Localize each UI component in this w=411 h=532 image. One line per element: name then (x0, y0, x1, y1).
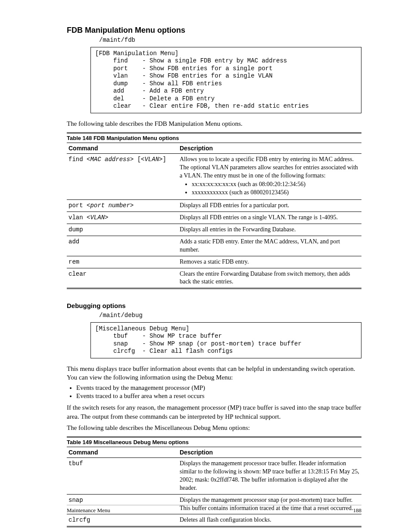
cmd-dump: dump (67, 224, 178, 236)
bullet-mac-fmt2: xxxxxxxxxxxx (such as 080020123456) (192, 189, 360, 197)
cmd-clrcfg: clrcfg (67, 514, 178, 526)
col-header-command-2: Command (67, 447, 178, 458)
table-row: port <port number> Displays all FDB entr… (67, 200, 361, 212)
debug-para1: This menu displays trace buffer informat… (67, 364, 361, 382)
table-row: add Adds a static FDB entry. Enter the M… (67, 236, 361, 256)
desc-find: Allows you to locate a specific FDB entr… (180, 156, 358, 179)
table-fdb: Table 148 FDB Manipulation Menu options … (67, 132, 361, 289)
cmd-clear: clear (67, 268, 178, 288)
cmd-find: find <MAC address> [<VLAN>] (68, 156, 166, 163)
table-row: clrcfg Deletes all flash configuration b… (67, 514, 361, 526)
table-row: rem Removes a static FDB entry. (67, 256, 361, 268)
col-header-description: Description (178, 143, 361, 153)
table-row: tbuf Displays the management processor t… (67, 458, 361, 495)
footer-left: Maintenance Menu (67, 507, 110, 514)
section-heading-fdb: FDB Manipulation Menu options (67, 26, 361, 35)
code-path-debug: /maint/debug (99, 312, 361, 320)
cmd-port: port <port number> (68, 202, 134, 209)
col-header-description-2: Description (178, 447, 361, 458)
intro-text-fdb: The following table describes the FDB Ma… (67, 119, 361, 128)
table-row: dump Displays all entries in the Forward… (67, 224, 361, 236)
code-block-debug: [Miscellaneous Debug Menu] tbuf - Show M… (90, 322, 361, 358)
desc-clear: Clears the entire Forwarding Database fr… (178, 268, 361, 288)
table-row: vlan <VLAN> Displays all FDB entries on … (67, 212, 361, 224)
cmd-vlan: vlan <VLAN> (68, 214, 108, 221)
desc-rem: Removes a static FDB entry. (178, 256, 361, 268)
intro-text-debug: The following table describes the Miscel… (67, 423, 361, 432)
page-footer: Maintenance Menu 188 (0, 505, 411, 514)
desc-dump: Displays all entries in the Forwarding D… (178, 224, 361, 236)
bullet-mac-fmt1: xx:xx:xx:xx:xx:xx (such as 08:00:20:12:3… (192, 180, 360, 189)
cmd-add: add (67, 236, 178, 256)
code-block-fdb: [FDB Manipulation Menu] find - Show a si… (90, 47, 361, 113)
desc-tbuf: Displays the management processor trace … (178, 458, 361, 495)
table-row: clear Clears the entire Forwarding Datab… (67, 268, 361, 288)
table-title-fdb: Table 148 FDB Manipulation Menu options (67, 134, 361, 143)
debug-bullet-2: Events traced to a buffer area when a re… (76, 392, 361, 400)
section-heading-debug: Debugging options (67, 302, 361, 309)
desc-port: Displays all FDB entries for a particula… (178, 200, 361, 212)
cmd-rem: rem (67, 256, 178, 268)
desc-clrcfg: Deletes all flash configuration blocks. (178, 514, 361, 526)
debug-para2: If the switch resets for any reason, the… (67, 403, 361, 421)
table-title-debug: Table 149 Miscellaneous Debug Menu optio… (67, 438, 361, 447)
col-header-command: Command (67, 143, 178, 153)
desc-add: Adds a static FDB entry. Enter the MAC a… (178, 236, 361, 256)
debug-bullet-1: Events traced by the management processo… (76, 384, 361, 392)
cmd-tbuf: tbuf (67, 458, 178, 495)
footer-page-number: 188 (353, 507, 362, 514)
table-row: find <MAC address> [<VLAN>] Allows you t… (67, 153, 361, 199)
code-path-fdb: /maint/fdb (99, 37, 361, 44)
desc-vlan: Displays all FDB entries on a single VLA… (178, 212, 361, 224)
